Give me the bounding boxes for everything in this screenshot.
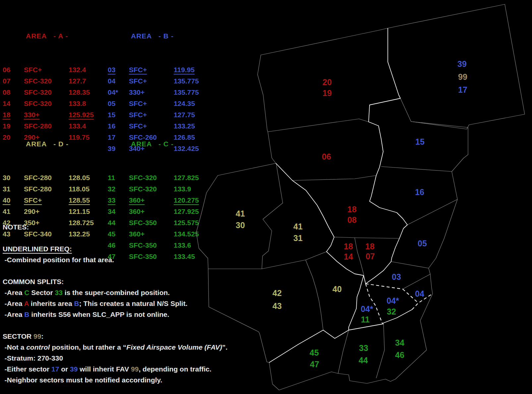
sector-label: 03 <box>392 272 401 281</box>
sector-label: 04 <box>415 289 424 298</box>
sector-label: 39 <box>457 59 467 69</box>
sector-label: 42 <box>272 288 282 298</box>
sector-label: 47 <box>310 360 319 369</box>
sector-label: 20 <box>323 77 332 87</box>
sector-label: 18 <box>344 242 353 251</box>
sector-label: 18 <box>347 205 357 214</box>
sector-boundaries-dim <box>196 4 525 390</box>
sector-label: 08 <box>347 215 357 224</box>
sector-label: 41 <box>293 222 303 231</box>
sector-label: 15 <box>415 137 425 146</box>
sector-label: 04* <box>386 296 399 305</box>
sector-label: 32 <box>387 307 396 316</box>
sector-label: 19 <box>323 88 332 98</box>
sector-label: 30 <box>236 221 245 230</box>
sector-label: 06 <box>322 152 331 161</box>
sector-label: 44 <box>359 356 368 365</box>
sector-frequency-chart: AREA - A - 06SFC+132.407SFC-320127.708SF… <box>0 0 532 394</box>
sector-label: 07 <box>366 252 375 261</box>
sector-map: 2019399917061516180841304131181418070503… <box>0 0 532 394</box>
sector-labels: 2019399917061516180841304131181418070503… <box>236 59 467 369</box>
sector-label: 16 <box>415 187 424 197</box>
sector-label: 41 <box>236 209 245 218</box>
sector-label: 40 <box>332 284 342 294</box>
sector-label: 04* <box>361 304 373 314</box>
sector-label: 99 <box>458 72 467 81</box>
sector-label: 14 <box>344 252 353 261</box>
sector-label: 11 <box>361 315 370 324</box>
sector-label: 05 <box>418 239 427 248</box>
sector-label: 46 <box>395 350 404 360</box>
sector-label: 45 <box>310 348 319 357</box>
sector-label: 31 <box>293 233 303 243</box>
sector-label: 34 <box>395 338 404 347</box>
sector-label: 33 <box>359 343 368 353</box>
sector-label: 17 <box>458 85 467 94</box>
sector-label: 43 <box>272 301 282 311</box>
sector-label: 18 <box>365 242 375 251</box>
